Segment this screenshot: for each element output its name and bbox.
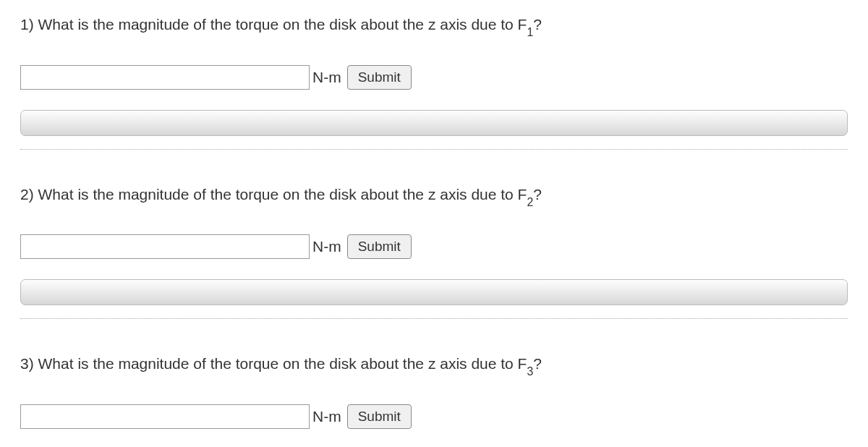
- unit-label-3: N-m: [312, 408, 341, 425]
- question-block-1: 1) What is the magnitude of the torque o…: [20, 14, 848, 150]
- question-text-3: 3) What is the magnitude of the torque o…: [20, 354, 848, 377]
- question-prompt-before: What is the magnitude of the torque on t…: [38, 186, 527, 203]
- question-prompt-before: What is the magnitude of the torque on t…: [38, 16, 527, 33]
- answer-row-3: N-m Submit: [20, 404, 848, 429]
- question-block-2: 2) What is the magnitude of the torque o…: [20, 184, 848, 320]
- question-prompt-after: ?: [533, 355, 542, 372]
- question-number: 2): [20, 186, 34, 203]
- question-number: 3): [20, 355, 34, 372]
- submit-button-2[interactable]: Submit: [347, 234, 412, 259]
- question-prompt-after: ?: [533, 186, 542, 203]
- answer-input-1[interactable]: [20, 65, 310, 90]
- submit-button-1[interactable]: Submit: [347, 65, 412, 90]
- question-text-2: 2) What is the magnitude of the torque o…: [20, 184, 848, 208]
- feedback-bar-1: [20, 110, 848, 136]
- question-text-1: 1) What is the magnitude of the torque o…: [20, 14, 848, 38]
- answer-input-2[interactable]: [20, 234, 310, 259]
- divider-1: [20, 149, 848, 150]
- answer-row-2: N-m Submit: [20, 234, 848, 259]
- divider-2: [20, 318, 848, 319]
- answer-input-3[interactable]: [20, 404, 310, 429]
- answer-row-1: N-m Submit: [20, 65, 848, 90]
- question-block-3: 3) What is the magnitude of the torque o…: [20, 354, 848, 429]
- question-subscript: 2: [527, 196, 533, 208]
- submit-button-3[interactable]: Submit: [347, 404, 412, 429]
- feedback-bar-2: [20, 279, 848, 305]
- unit-label-1: N-m: [312, 69, 341, 86]
- question-subscript: 3: [527, 365, 533, 378]
- question-subscript: 1: [527, 26, 533, 38]
- question-prompt-before: What is the magnitude of the torque on t…: [38, 355, 527, 372]
- questions-container: 1) What is the magnitude of the torque o…: [0, 0, 868, 429]
- unit-label-2: N-m: [312, 238, 341, 255]
- question-number: 1): [20, 16, 34, 33]
- question-prompt-after: ?: [533, 16, 542, 33]
